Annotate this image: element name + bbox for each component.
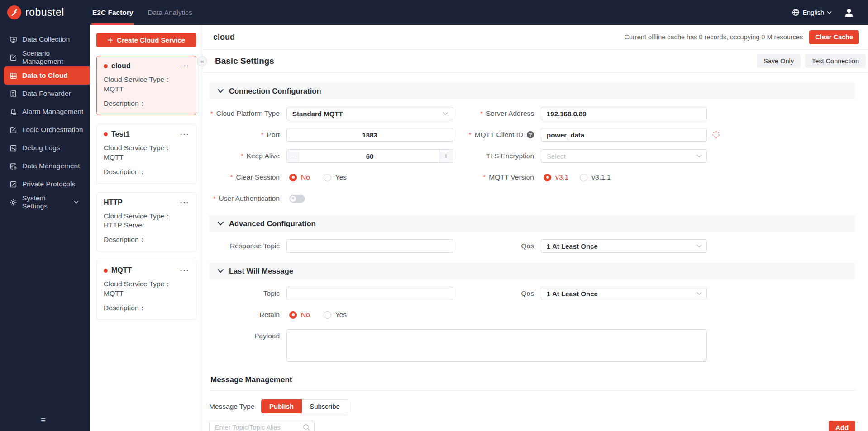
sidebar-item-data-forwarder[interactable]: Data Forwarder: [0, 85, 90, 103]
tls-encryption-select[interactable]: Select: [541, 149, 707, 163]
mqtt-version-option-v31[interactable]: v3.1: [544, 173, 568, 181]
service-card-mqtt[interactable]: MQTT ··· Cloud Service Type： MQTT Descri…: [96, 260, 196, 320]
retain-option-yes[interactable]: Yes: [324, 311, 347, 319]
page-title: cloud: [213, 33, 235, 42]
response-topic-input[interactable]: [286, 239, 453, 253]
sidebar-item-debug-logs[interactable]: Debug Logs: [0, 139, 90, 157]
sidebar-item-data-collection[interactable]: Data Collection: [0, 30, 90, 48]
mqtt-version-option-v311[interactable]: v3.1.1: [580, 173, 610, 181]
basic-settings-title: Basic Settings: [215, 56, 274, 66]
qos-label: Qos: [521, 289, 534, 298]
add-button[interactable]: Add: [829, 421, 855, 431]
service-type-label: Cloud Service Type：: [104, 212, 172, 220]
save-only-button[interactable]: Save Only: [757, 54, 801, 68]
clear-cache-button[interactable]: Clear Cache: [809, 30, 859, 44]
service-name: MQTT: [111, 266, 132, 275]
service-name: Test1: [111, 130, 130, 138]
language-selector[interactable]: English: [792, 9, 832, 16]
tab-data-analytics[interactable]: Data Analytics: [147, 0, 193, 25]
card-more-icon[interactable]: ···: [180, 64, 190, 68]
chevron-down-icon: [217, 89, 224, 93]
data-forwarder-icon: [10, 90, 17, 98]
message-management-title: Message Management: [210, 375, 855, 384]
port-label: Port: [267, 131, 280, 139]
user-authentication-toggle[interactable]: ✕: [289, 195, 305, 203]
port-input[interactable]: [286, 128, 453, 142]
create-cloud-service-button[interactable]: Create Cloud Service: [96, 33, 196, 47]
card-more-icon[interactable]: ···: [180, 268, 190, 273]
qos-select[interactable]: 1 At Least Once: [541, 239, 707, 253]
publish-tab[interactable]: Publish: [261, 399, 302, 413]
chevron-down-icon: [696, 154, 702, 158]
mqtt-version-radio-group: v3.1 v3.1.1: [541, 173, 707, 181]
last-will-qos-select[interactable]: 1 At Least Once: [541, 287, 707, 300]
service-card-cloud[interactable]: cloud ··· Cloud Service Type： MQTT Descr…: [96, 56, 196, 115]
keep-alive-label: Keep Alive: [247, 152, 280, 160]
status-dot: [104, 269, 108, 273]
clear-session-radio-group: No Yes: [286, 173, 453, 181]
service-card-test1[interactable]: Test1 ··· Cloud Service Type： MQTT Descr…: [96, 124, 196, 184]
clear-session-option-no[interactable]: No: [289, 173, 310, 181]
top-nav: robustel E2C Factory Data Analytics Engl…: [0, 0, 868, 25]
sidebar-item-system-settings[interactable]: System Settings: [0, 193, 90, 211]
chevron-down-icon: [696, 244, 702, 248]
section-advanced-configuration[interactable]: Advanced Configuration: [209, 215, 855, 232]
chevron-down-icon: [217, 221, 224, 226]
service-type-label: Cloud Service Type：: [104, 144, 172, 152]
test-connection-button[interactable]: Test Connection: [805, 54, 866, 68]
service-name: cloud: [111, 62, 131, 70]
response-topic-label: Response Topic: [230, 242, 280, 250]
retain-label: Retain: [259, 311, 280, 319]
status-dot: [104, 132, 108, 136]
sparkle-generate-icon[interactable]: [712, 131, 720, 139]
keep-alive-input[interactable]: [300, 150, 439, 162]
subscribe-tab[interactable]: Subscribe: [302, 399, 348, 413]
sidebar-item-data-management[interactable]: Data Management: [0, 157, 90, 175]
message-management-section: Message Management: [209, 375, 855, 391]
mqtt-version-label: MQTT Version: [489, 173, 534, 181]
private-protocols-icon: [10, 180, 17, 188]
section-connection-configuration[interactable]: Connection Configuration: [209, 83, 855, 99]
clear-session-label: Clear Session: [236, 173, 280, 181]
retain-option-no[interactable]: No: [289, 311, 310, 319]
data-to-cloud-icon: [10, 72, 17, 80]
collapse-menu-icon[interactable]: ≡: [41, 416, 46, 425]
keep-alive-stepper: − +: [286, 149, 453, 163]
card-more-icon[interactable]: ···: [180, 200, 190, 205]
service-card-http[interactable]: HTTP ··· Cloud Service Type： HTTP Server…: [96, 192, 196, 252]
topic-search-input[interactable]: [209, 421, 315, 431]
server-address-input[interactable]: [541, 107, 707, 120]
search-icon: [303, 424, 310, 431]
system-settings-icon: [10, 199, 17, 206]
globe-icon: [792, 9, 800, 16]
tab-e2c-factory[interactable]: E2C Factory: [91, 0, 134, 25]
service-name: HTTP: [104, 199, 123, 207]
clear-session-option-yes[interactable]: Yes: [324, 173, 347, 181]
mqtt-client-id-input[interactable]: [541, 128, 707, 142]
sidebar: Data Collection Scenario Management Data…: [0, 25, 90, 431]
question-circle-icon[interactable]: ?: [527, 131, 534, 138]
brand-logo: robustel: [0, 5, 90, 19]
topic-input[interactable]: [286, 287, 453, 300]
panel-collapse-button[interactable]: «: [197, 56, 207, 66]
alarm-management-icon: [10, 108, 17, 116]
offline-cache-status: Current offline cache has 0 records, occ…: [625, 33, 803, 41]
retain-radio-group: No Yes: [286, 311, 453, 319]
qos-label: Qos: [521, 242, 534, 250]
stepper-minus-button[interactable]: −: [287, 150, 300, 162]
stepper-plus-button[interactable]: +: [439, 150, 453, 162]
sidebar-item-data-to-cloud[interactable]: Data to Cloud: [4, 66, 90, 85]
service-type-value: HTTP Server: [104, 221, 144, 229]
section-last-will-message[interactable]: Last Will Message: [209, 263, 855, 279]
user-avatar-icon[interactable]: [844, 7, 854, 18]
payload-textarea[interactable]: [286, 329, 707, 362]
sidebar-item-private-protocols[interactable]: Private Protocols: [0, 175, 90, 193]
cloud-platform-type-select[interactable]: Standard MQTT: [286, 107, 453, 120]
sidebar-item-scenario-management[interactable]: Scenario Management: [0, 48, 90, 66]
sidebar-item-logic-orchestration[interactable]: Logic Orchestration: [0, 121, 90, 139]
status-dot: [104, 64, 108, 68]
chevron-down-icon: [696, 292, 702, 295]
sidebar-item-alarm-management[interactable]: Alarm Management: [0, 103, 90, 121]
data-collection-icon: [10, 36, 17, 43]
card-more-icon[interactable]: ···: [180, 132, 190, 137]
